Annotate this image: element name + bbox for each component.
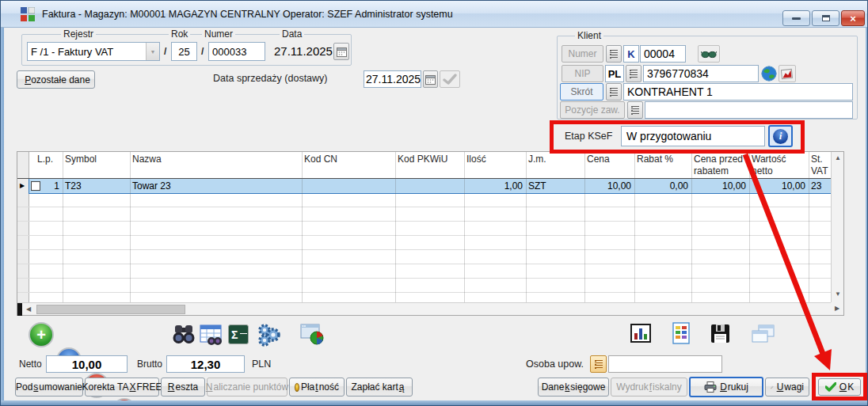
scrollbar-thumb[interactable] — [36, 305, 185, 314]
calendar-button[interactable] — [333, 43, 349, 60]
printer-icon — [704, 381, 717, 393]
col-header-jm[interactable]: J.m. — [526, 152, 584, 179]
korekta-tax-free-button[interactable]: Korekta TAX FREE — [85, 378, 159, 397]
row-checkbox[interactable] — [31, 181, 40, 191]
col-header-lp[interactable]: L.p. — [29, 152, 63, 179]
list-icon — [631, 106, 639, 115]
scroll-right-icon[interactable]: ▶ — [835, 305, 839, 312]
column-separator — [130, 152, 131, 302]
ok-button[interactable]: OK — [818, 378, 861, 396]
klient-numer-input[interactable]: 00004 — [640, 45, 686, 63]
col-header-kod-pkwiu[interactable]: Kod PKWiU — [395, 152, 464, 179]
brutto-value: 12,30 — [166, 355, 245, 373]
calendar-icon — [337, 47, 347, 57]
data-sprzedazy-input[interactable]: 27.11.2025 — [364, 70, 421, 88]
col-header-kod-cn[interactable]: Kod CN — [302, 152, 395, 179]
col-header-nazwa[interactable]: Nazwa — [130, 152, 302, 179]
nip-list-button[interactable] — [626, 65, 641, 82]
reszta-button[interactable]: Reszta — [161, 378, 205, 397]
minimize-button[interactable] — [782, 10, 810, 26]
klient-skrot-button[interactable]: Skrót — [560, 83, 603, 101]
cell-rabat: 0,00 — [634, 179, 691, 193]
drukuj-button[interactable]: Drukuj — [689, 377, 763, 397]
window-border-bottom — [1, 400, 868, 406]
pozostale-dane-button[interactable]: Pozostałe dane — [17, 70, 95, 89]
cell-nazwa: Towar 23 — [130, 179, 302, 193]
horizontal-scrollbar[interactable]: ◀ — [17, 302, 831, 315]
pozycje-input[interactable] — [645, 101, 853, 119]
cascade-windows-icon[interactable] — [752, 324, 775, 343]
rejestr-value: F /1 - Faktury VAT — [31, 46, 113, 58]
search-table-icon[interactable] — [200, 324, 222, 346]
save-icon[interactable] — [710, 324, 730, 343]
column-separator — [749, 152, 750, 302]
scroll-left-icon[interactable]: ◀ — [26, 306, 31, 313]
col-header-symbol[interactable]: Symbol — [63, 152, 130, 179]
etap-ksef-field[interactable]: W przygotowaniu — [621, 126, 765, 146]
label: Korekta TA — [82, 381, 129, 393]
summary-window-icon[interactable] — [300, 324, 325, 345]
rok-input[interactable]: 25 — [171, 42, 197, 61]
close-icon: × — [850, 13, 856, 24]
slash-separator: / — [201, 46, 204, 57]
approve-date-button[interactable] — [440, 70, 460, 88]
pozycje-list-button[interactable] — [627, 101, 643, 119]
nip-input[interactable]: 3796770834 — [643, 65, 759, 82]
col-header-rabat[interactable]: Rabat % — [634, 152, 691, 179]
header-separator — [17, 178, 831, 179]
col-header-ilosc[interactable]: Ilość — [464, 152, 526, 179]
label: U — [777, 381, 784, 393]
osoba-list-button[interactable] — [590, 355, 607, 373]
numer-list-button[interactable] — [606, 45, 622, 63]
add-position-button[interactable]: + — [29, 322, 54, 347]
scroll-corner[interactable]: ▶ — [831, 302, 843, 315]
skrot-list-button[interactable] — [606, 83, 622, 101]
podsumowanie-button[interactable]: Podsumowanie — [15, 378, 83, 397]
vertical-scrollbar[interactable]: ▲ ▼ — [831, 152, 843, 302]
cell-lp: 1 — [29, 179, 63, 193]
preview-client-button[interactable] — [698, 45, 720, 63]
column-separator — [63, 152, 63, 302]
scroll-up-icon[interactable]: ▲ — [835, 155, 841, 161]
chart-report-icon[interactable] — [630, 324, 651, 343]
numer-input[interactable]: 000033 — [208, 42, 265, 61]
scroll-down-icon[interactable]: ▼ — [835, 291, 841, 298]
dane-ksiegowe-button[interactable]: Dane księgowe — [538, 378, 609, 397]
close-button[interactable]: × — [841, 10, 865, 26]
rejestr-select[interactable]: F /1 - Faktury VAT ▼ — [27, 42, 160, 61]
calculate-sum-button[interactable]: Σ — [228, 324, 249, 344]
document-report-icon[interactable] — [672, 322, 691, 344]
label: X — [129, 381, 135, 393]
brutto-label: Brutto — [137, 359, 162, 370]
splitter-handle[interactable] — [17, 303, 22, 316]
col-header-st-vat[interactable]: St. VAT — [809, 152, 831, 179]
col-header-wartosc-netto[interactable]: Wartość netto — [749, 152, 809, 179]
column-separator — [809, 152, 809, 302]
cell-kod-pkwiu — [395, 179, 464, 193]
maximize-button[interactable] — [812, 10, 839, 26]
skrot-input[interactable]: KONTRAHENT 1 — [623, 83, 853, 101]
currency-label: PLN — [252, 359, 271, 370]
uwagi-button[interactable]: Uwagi — [765, 378, 809, 397]
zaplac-karta-button[interactable]: Zapłać kartą — [346, 378, 413, 397]
col-header-cena-przed[interactable]: Cena przed rabatem — [691, 152, 749, 179]
col-header-cena[interactable]: Cena — [584, 152, 634, 179]
table-row[interactable]: 1 T23 Towar 23 1,00 SZT 10,00 0,00 10,00… — [29, 179, 831, 193]
label: FREE — [136, 381, 162, 393]
klient-nip-button: NIP — [562, 65, 603, 82]
osoba-upow-input[interactable] — [608, 355, 722, 373]
calendar-button[interactable] — [423, 70, 438, 88]
app-icon — [21, 7, 35, 21]
label: k — [565, 381, 569, 393]
nip-country-prefix: PL — [605, 65, 624, 82]
ksef-info-button[interactable]: i — [768, 125, 793, 147]
settings-gears-icon[interactable] — [257, 323, 280, 347]
search-binoculars-icon[interactable] — [172, 323, 196, 346]
nip-status-button[interactable] — [779, 65, 796, 82]
chevron-down-icon[interactable]: ▼ — [146, 43, 159, 60]
globe-icon[interactable] — [761, 66, 777, 82]
label: Pod — [16, 381, 32, 393]
platnosc-button[interactable]: Płatność — [289, 378, 345, 397]
column-separator — [302, 152, 303, 302]
checkmark-icon — [443, 74, 457, 85]
